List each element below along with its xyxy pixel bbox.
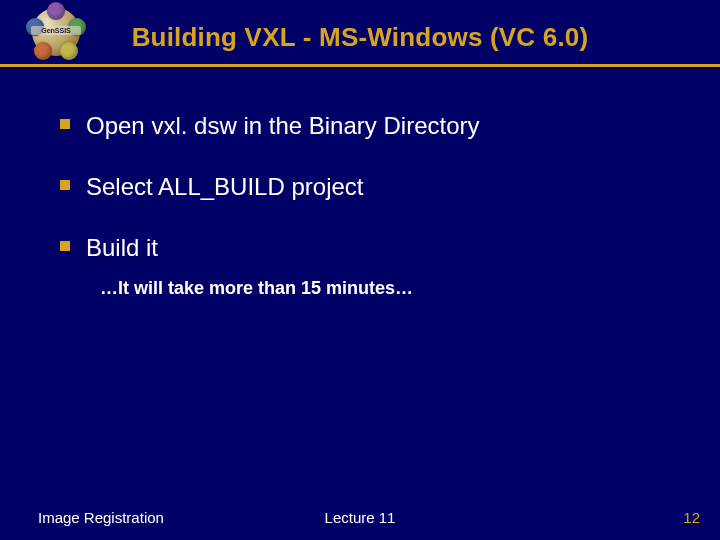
title-underline-black xyxy=(0,67,720,69)
footer-page-number: 12 xyxy=(683,509,700,526)
bullet-icon xyxy=(60,241,70,251)
bullet-text: Open vxl. dsw in the Binary Directory xyxy=(86,110,479,141)
footer-center: Lecture 11 xyxy=(0,509,720,526)
bullet-text: Select ALL_BUILD project xyxy=(86,171,364,202)
bullet-icon xyxy=(60,119,70,129)
bullet-text: Build it xyxy=(86,232,158,263)
slide-title: Building VXL - MS-Windows (VC 6.0) xyxy=(0,22,720,53)
bullet-item: Select ALL_BUILD project xyxy=(60,171,680,202)
slide-body: Open vxl. dsw in the Binary Directory Se… xyxy=(60,110,680,327)
sub-note-text: …It will take more than 15 minutes… xyxy=(100,278,413,298)
bullet-icon xyxy=(60,180,70,190)
bullet-item: Open vxl. dsw in the Binary Directory xyxy=(60,110,680,141)
slide: GenSSIS Building VXL - MS-Windows (VC 6.… xyxy=(0,0,720,540)
slide-footer: Image Registration Lecture 11 12 xyxy=(0,504,720,526)
bullet-item: Build it xyxy=(60,232,680,263)
slide-header: GenSSIS Building VXL - MS-Windows (VC 6.… xyxy=(0,0,720,70)
sub-note: …It will take more than 15 minutes… xyxy=(100,278,680,299)
